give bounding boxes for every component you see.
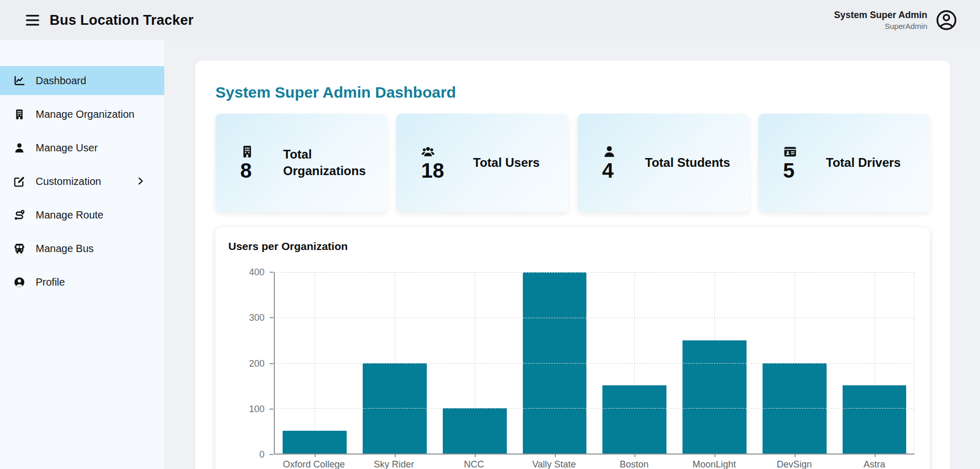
stat-label: Total Students [645, 154, 730, 171]
x-axis-tick-mark [795, 454, 796, 457]
x-axis-tick-mark [395, 454, 396, 457]
x-axis-tick-label: NCC [434, 459, 514, 469]
stat-value: 4 [602, 160, 614, 181]
x-axis-tick-label: Astra [834, 459, 914, 469]
sidebar-item-label: Customization [36, 176, 125, 187]
y-axis-tick-label: 100 [234, 404, 265, 414]
bus-icon [13, 243, 25, 255]
x-axis-tick-label: Vally State [514, 459, 594, 469]
sidebar-item-manage-user[interactable]: Manage User [0, 133, 164, 162]
chart-gridline [275, 363, 914, 364]
stat-card-total-organizations: 8 Total Organizations [215, 114, 387, 212]
chart-gridline [275, 408, 914, 409]
stat-card-total-students: 4 Total Students [578, 114, 749, 212]
x-axis-tick-label: Oxford College [274, 459, 354, 469]
sidebar-item-profile[interactable]: Profile [0, 268, 164, 296]
x-axis-tick-mark [555, 454, 556, 457]
sidebar-item-label: Manage User [36, 142, 98, 154]
stats-row: 8 Total Organizations 18 Total Users [215, 114, 930, 212]
x-axis-tick-mark [634, 454, 635, 457]
stat-label: Total Organizations [283, 146, 379, 180]
dashboard-panel: System Super Admin Dashboard 8 Total Org… [195, 60, 950, 469]
chart-gridline [275, 318, 914, 318]
sidebar-item-label: Dashboard [36, 75, 86, 87]
sidebar-item-manage-bus[interactable]: Manage Bus [0, 234, 164, 263]
chart-bar [283, 431, 347, 454]
stat-card-total-users: 18 Total Users [396, 114, 568, 212]
user-avatar-icon[interactable] [936, 9, 957, 31]
x-axis-tick-mark [475, 454, 476, 457]
building-icon [13, 108, 25, 120]
bar-chart[interactable]: 0100200300400 Oxford CollegeSky RiderNCC… [228, 272, 914, 469]
building-icon [240, 145, 254, 159]
x-axis-tick-label: Sky Rider [354, 459, 434, 469]
chart-title: Users per Organization [228, 240, 914, 253]
x-axis-tick-label: Boston [594, 459, 674, 469]
y-axis-tick-label: 0 [234, 449, 265, 460]
stat-label: Total Drivers [826, 154, 901, 171]
sidebar-item-label: Profile [36, 276, 65, 288]
y-axis-tick-mark [270, 409, 273, 410]
chart-y-axis: 0100200300400 [228, 272, 274, 455]
y-axis-tick-label: 200 [234, 358, 265, 369]
y-axis-tick-mark [270, 317, 273, 318]
chart-plot-area [274, 272, 914, 455]
sidebar-item-dashboard[interactable]: Dashboard [0, 66, 164, 95]
stat-value: 5 [783, 160, 795, 181]
chart-bar [843, 385, 907, 454]
user-icon [13, 142, 25, 154]
y-axis-tick-mark [270, 454, 273, 455]
chart-gridline [275, 272, 914, 273]
chevron-right-icon [135, 176, 147, 187]
stat-value: 8 [240, 160, 252, 181]
chart-bar [443, 408, 507, 454]
app-header: Bus Location Tracker System Super Admin … [0, 0, 980, 40]
x-axis-tick-label: MoonLight [674, 459, 754, 469]
stat-card-total-drivers: 5 Total Drivers [758, 114, 930, 212]
users-icon [421, 145, 435, 159]
x-axis-tick-label: DevSign [754, 459, 834, 469]
chart-bar [602, 385, 666, 454]
stat-value: 18 [421, 160, 444, 181]
chart-x-axis: Oxford CollegeSky RiderNCCVally StateBos… [274, 459, 914, 469]
sidebar-item-customization[interactable]: Customization [0, 167, 164, 196]
hamburger-menu-icon[interactable] [24, 11, 41, 29]
sidebar-item-label: Manage Bus [36, 243, 94, 255]
x-axis-tick-mark [714, 454, 715, 457]
id-card-icon [783, 145, 797, 159]
y-axis-tick-mark [270, 363, 273, 364]
user-icon [602, 145, 616, 159]
page-title: System Super Admin Dashboard [215, 84, 930, 101]
app-title: Bus Location Tracker [50, 12, 194, 28]
sidebar-item-label: Manage Organization [36, 108, 134, 120]
sidebar: Dashboard Manage Organization Manage Use… [0, 40, 164, 469]
user-role: SuperAdmin [834, 21, 927, 32]
pen-square-icon [13, 176, 25, 187]
y-axis-tick-label: 300 [234, 312, 265, 323]
y-axis-tick-label: 400 [234, 267, 265, 277]
sidebar-item-manage-route[interactable]: Manage Route [0, 200, 164, 229]
sidebar-item-label: Manage Route [36, 209, 103, 221]
route-icon [13, 209, 25, 221]
main-content: System Super Admin Dashboard 8 Total Org… [164, 40, 980, 469]
x-axis-tick-mark [875, 454, 876, 457]
users-per-organization-chart-card: Users per Organization 0100200300400 Oxf… [215, 227, 930, 469]
user-name: System Super Admin [834, 9, 927, 21]
user-circle-icon [13, 276, 25, 288]
chart-line-icon [13, 75, 25, 87]
sidebar-item-manage-organization[interactable]: Manage Organization [0, 100, 164, 129]
stat-label: Total Users [473, 154, 540, 171]
x-axis-tick-mark [315, 454, 316, 457]
y-axis-tick-mark [270, 272, 273, 273]
chart-bar [682, 340, 746, 454]
